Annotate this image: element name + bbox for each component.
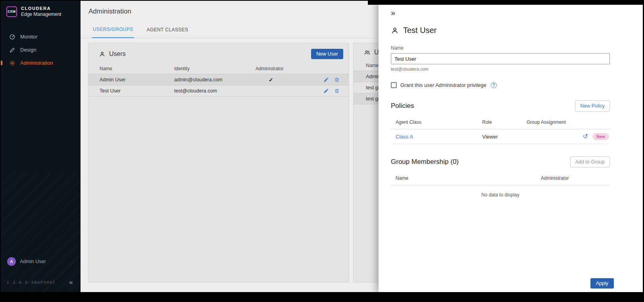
column-group-assignment: Group Assignment — [527, 119, 610, 125]
groups-card-title: Us — [374, 49, 379, 56]
cell-name: Test User — [100, 88, 174, 94]
table-row[interactable]: Test User test@cloudera.com — [88, 85, 349, 96]
apply-button[interactable]: Apply — [590, 278, 614, 289]
new-policy-button[interactable]: New Policy — [575, 100, 610, 112]
column-name: Name — [396, 175, 541, 181]
brand-name: CLOUDERA — [21, 6, 61, 11]
table-row[interactable]: test gro — [354, 93, 379, 104]
cell-name: test gr — [366, 85, 379, 90]
edit-icon[interactable] — [323, 77, 329, 83]
page-header: Administration — [81, 1, 379, 22]
admin-privilege-label: Grant this user Administrator privilege — [400, 82, 486, 88]
membership-table: Name Administrator No data to display — [391, 175, 610, 204]
cards-area: Users New User Name Identity Administrat… — [81, 38, 379, 292]
users-card-title: Users — [109, 50, 126, 58]
tab-bar: USERS/GROUPS AGENT CLASSES — [81, 22, 379, 38]
screen-frame — [368, 1, 643, 5]
cell-identity: admin@cloudera.com — [174, 77, 256, 83]
detail-drawer: » Test User Name test@cloudera.com Grant… — [379, 1, 643, 292]
name-input[interactable] — [391, 53, 610, 64]
user-groups-card: Us Name Admin test gr test gro — [353, 43, 379, 283]
edit-icon[interactable] — [323, 88, 329, 94]
new-user-button[interactable]: New User — [311, 49, 343, 59]
app-window: CEM CLOUDERA Edge Management Monitor Des… — [1, 1, 643, 292]
sidebar-item-monitor[interactable]: Monitor — [1, 30, 81, 43]
sidebar-item-label: Design — [20, 47, 36, 53]
agent-class-link[interactable]: Class A — [396, 134, 482, 140]
column-name: Name — [366, 63, 379, 68]
name-field-label: Name — [391, 45, 610, 51]
sidebar-item-label: Administration — [20, 60, 53, 66]
cell-role: Viewer — [482, 134, 527, 140]
admin-privilege-checkbox[interactable] — [391, 82, 397, 88]
table-row[interactable]: Class A Viewer ↺ New — [391, 129, 610, 144]
users-group-icon — [364, 49, 371, 56]
help-icon[interactable]: ? — [491, 82, 497, 88]
policies-title: Policies — [391, 102, 414, 110]
column-agent-class: Agent Class — [396, 119, 482, 125]
sidebar-item-label: Monitor — [20, 34, 37, 40]
brand-logo: CEM CLOUDERA Edge Management — [1, 1, 81, 22]
delete-icon[interactable] — [334, 77, 340, 83]
column-name: Name — [100, 66, 174, 71]
sidebar-nav: Monitor Design Administration — [1, 30, 81, 69]
drawer-title: Test User — [403, 26, 436, 35]
column-administrator: Administrator — [256, 66, 323, 71]
table-row[interactable]: Admin — [354, 71, 379, 82]
gauge-icon — [9, 34, 15, 40]
table-row[interactable]: Admin User admin@cloudera.com ✓ — [88, 74, 349, 85]
status-badge: New — [592, 133, 609, 140]
users-card: Users New User Name Identity Administrat… — [88, 43, 349, 283]
collapse-drawer-icon[interactable]: » — [391, 9, 395, 17]
group-membership-title: Group Membership (0) — [391, 158, 459, 166]
column-identity: Identity — [174, 66, 256, 71]
page-title: Administration — [88, 8, 131, 15]
identity-hint: test@cloudera.com — [391, 67, 610, 71]
cell-name: Admin — [366, 74, 379, 79]
table-row[interactable]: test gr — [354, 82, 379, 93]
groups-table-header: Name — [354, 60, 379, 71]
column-administrator: Administrator — [541, 175, 610, 181]
cell-identity: test@cloudera.com — [174, 88, 256, 94]
main-content: Administration USERS/GROUPS AGENT CLASSE… — [81, 1, 379, 292]
sidebar-item-design[interactable]: Design — [1, 43, 81, 56]
user-icon — [99, 51, 106, 58]
tab-agent-classes[interactable]: AGENT CLASSES — [146, 27, 189, 38]
users-table-header: Name Identity Administrator — [88, 63, 349, 74]
column-role: Role — [482, 119, 527, 125]
gear-icon — [9, 60, 15, 66]
empty-state-text: No data to display — [391, 185, 610, 204]
collapse-sidebar-icon[interactable]: « — [69, 279, 73, 286]
product-name: Edge Management — [21, 12, 61, 17]
tab-users-groups[interactable]: USERS/GROUPS — [92, 27, 134, 38]
avatar: A — [7, 257, 16, 266]
check-icon: ✓ — [256, 77, 323, 83]
undo-icon[interactable]: ↺ — [583, 133, 588, 140]
user-icon — [391, 27, 399, 35]
cell-name: test gro — [366, 96, 379, 102]
version-label: 1.3.0.0-SNAPSHOT — [7, 280, 56, 285]
delete-icon[interactable] — [334, 88, 340, 94]
cell-name: Admin User — [100, 77, 174, 83]
sidebar: CEM CLOUDERA Edge Management Monitor Des… — [1, 1, 81, 292]
current-user-name: Admin User — [20, 259, 46, 264]
pencil-icon — [9, 47, 15, 53]
sidebar-footer: A Admin User 1.3.0.0-SNAPSHOT « — [1, 253, 81, 292]
cem-logo-icon: CEM — [6, 6, 17, 17]
sidebar-item-administration[interactable]: Administration — [1, 56, 81, 69]
add-to-group-button[interactable]: Add to Group — [570, 156, 610, 167]
current-user[interactable]: A Admin User — [1, 253, 81, 270]
policies-table: Agent Class Role Group Assignment Class … — [391, 119, 610, 144]
